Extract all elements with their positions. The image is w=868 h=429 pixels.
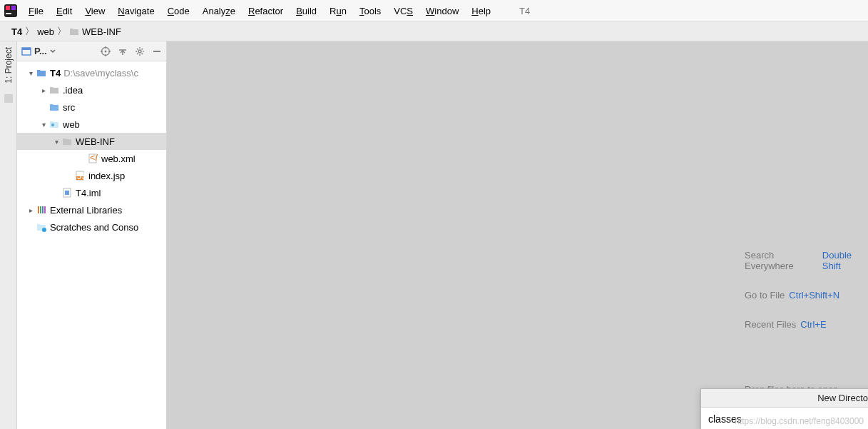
svg-rect-1	[6, 6, 10, 10]
project-tree: ▾ T4 D:\save\myclass\c ▸ .idea src ▾	[17, 61, 166, 429]
tree-node-idea[interactable]: ▸ .idea	[17, 81, 166, 99]
menu-tools[interactable]: Tools	[354, 4, 387, 19]
app-icon	[4, 4, 17, 17]
chevron-right-icon: 〉	[25, 25, 34, 38]
menu-run[interactable]: Run	[324, 4, 352, 19]
breadcrumb-webinf[interactable]: WEB-INF	[69, 26, 121, 37]
project-panel-header: P...	[17, 41, 166, 61]
kb-goto-file: Ctrl+Shift+N	[789, 290, 839, 301]
breadcrumb-root[interactable]: T4	[11, 26, 22, 37]
hint-recent-files: Recent Files Ctrl+E	[745, 319, 868, 330]
breadcrumb-web[interactable]: web	[37, 26, 54, 37]
svg-rect-6	[22, 48, 31, 50]
tree-node-indexjsp[interactable]: JSP index.jsp	[17, 167, 166, 184]
source-folder-icon	[48, 102, 60, 112]
iml-file-icon	[61, 188, 73, 198]
svg-rect-20	[42, 206, 44, 213]
menu-refactor[interactable]: Refactor	[242, 4, 289, 19]
tree-node-external-libs[interactable]: ▸ External Libraries	[17, 201, 166, 218]
project-view-icon	[21, 46, 31, 56]
welcome-hints: Search Everywhere Double Shift Go to Fil…	[745, 250, 868, 395]
menu-analyze[interactable]: Analyze	[197, 4, 241, 19]
gear-icon[interactable]	[135, 46, 145, 56]
tree-node-t4iml[interactable]: T4.iml	[17, 184, 166, 201]
menu-view[interactable]: View	[79, 4, 111, 19]
tree-node-scratches[interactable]: Scratches and Conso	[17, 218, 166, 236]
kb-double-shift: Double Shift	[822, 250, 868, 271]
libraries-icon	[36, 205, 47, 215]
folder-icon	[69, 26, 79, 36]
scratches-icon	[36, 222, 47, 232]
expander-icon[interactable]: ▾	[39, 121, 48, 128]
menu-edit[interactable]: Edit	[51, 4, 78, 19]
menu-vcs[interactable]: VCS	[388, 4, 419, 19]
xml-file-icon: </>	[87, 153, 98, 163]
structure-icon[interactable]	[4, 94, 14, 104]
folder-icon	[48, 85, 60, 95]
expander-icon[interactable]: ▾	[26, 69, 36, 77]
watermark-text: https://blog.csdn.net/feng8403000	[735, 416, 864, 426]
tree-node-webinf[interactable]: ▾ WEB-INF	[17, 133, 166, 150]
svg-rect-17	[65, 191, 69, 195]
menu-file[interactable]: File	[23, 4, 49, 19]
expander-icon[interactable]: ▸	[26, 206, 36, 214]
svg-rect-2	[11, 6, 16, 10]
svg-rect-4	[4, 94, 13, 103]
svg-rect-3	[6, 13, 11, 14]
menu-code[interactable]: Code	[162, 4, 195, 19]
hint-goto-file: Go to File Ctrl+Shift+N	[745, 290, 868, 301]
hide-icon[interactable]	[152, 46, 162, 56]
menu-build[interactable]: Build	[290, 4, 322, 19]
jsp-file-icon: JSP	[74, 171, 86, 181]
menu-help[interactable]: Help	[466, 4, 496, 19]
tree-node-web[interactable]: ▾ web	[17, 116, 166, 133]
locate-icon[interactable]	[101, 46, 111, 56]
kb-recent-files: Ctrl+E	[800, 319, 826, 330]
editor-empty-area: Search Everywhere Double Shift Go to Fil…	[167, 41, 868, 429]
hint-search-everywhere: Search Everywhere Double Shift	[745, 250, 868, 271]
context-label: T4	[519, 6, 530, 16]
folder-icon	[61, 136, 73, 146]
module-folder-icon	[36, 68, 47, 78]
web-folder-icon	[48, 119, 60, 129]
svg-point-9	[138, 50, 141, 53]
gutter-project-tab[interactable]: 1: Project	[4, 44, 14, 86]
svg-rect-19	[40, 206, 41, 213]
left-gutter: 1: Project	[0, 41, 17, 429]
expander-icon[interactable]: ▾	[51, 138, 61, 146]
project-panel-title[interactable]: P...	[21, 46, 56, 56]
svg-text:JSP: JSP	[77, 171, 85, 181]
svg-point-8	[105, 50, 107, 52]
svg-rect-18	[38, 206, 39, 213]
tree-node-src[interactable]: src	[17, 99, 166, 116]
collapse-all-icon[interactable]	[118, 46, 128, 56]
breadcrumb: T4 〉 web 〉 WEB-INF	[0, 21, 868, 41]
menu-window[interactable]: Window	[420, 4, 464, 19]
tree-node-webxml[interactable]: </> web.xml	[17, 150, 166, 167]
svg-point-22	[42, 228, 46, 232]
menu-navigate[interactable]: Navigate	[112, 4, 160, 19]
menu-bar: File Edit View Navigate Code Analyze Ref…	[0, 0, 868, 21]
chevron-down-icon	[50, 49, 56, 54]
expander-icon[interactable]: ▸	[39, 86, 48, 94]
svg-rect-21	[44, 206, 46, 213]
svg-text:</>: </>	[90, 153, 98, 163]
popup-title: New Directory	[701, 389, 868, 408]
svg-point-10	[51, 123, 54, 126]
chevron-right-icon: 〉	[57, 25, 66, 38]
project-tool-window: P... ▾ T4 D:\save\myclass\c	[17, 41, 167, 429]
tree-root[interactable]: ▾ T4 D:\save\myclass\c	[17, 64, 166, 81]
